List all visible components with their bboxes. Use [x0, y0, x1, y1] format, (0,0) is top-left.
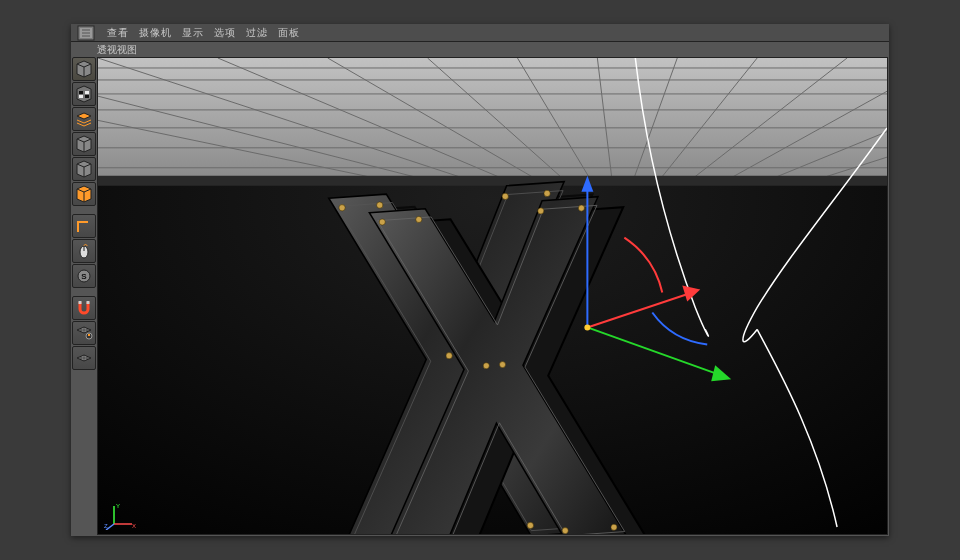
- svg-point-55: [499, 361, 506, 368]
- svg-point-46: [379, 219, 386, 226]
- axis-indicator: Y X Z: [104, 500, 138, 530]
- mesh2-tool[interactable]: [72, 346, 96, 370]
- axis-y-label: Y: [116, 503, 120, 509]
- view-label-text: 透视视图: [97, 43, 137, 57]
- viewport-3d[interactable]: Y X Z: [97, 57, 888, 535]
- mouse-tool[interactable]: [72, 239, 96, 263]
- svg-rect-8: [79, 301, 82, 304]
- svg-point-62: [584, 324, 590, 330]
- svg-point-44: [446, 352, 453, 359]
- axis-z-label: Z: [104, 523, 108, 529]
- svg-rect-3: [79, 95, 83, 98]
- magnet-tool[interactable]: [72, 296, 96, 320]
- menu-panel[interactable]: 面板: [278, 26, 300, 40]
- menu-filter[interactable]: 过滤: [246, 26, 268, 40]
- app-window: 查看 摄像机 显示 选项 过滤 面板 透视视图: [71, 24, 889, 536]
- material-tool[interactable]: [72, 82, 96, 106]
- svg-rect-1: [79, 91, 83, 94]
- menu-display[interactable]: 显示: [182, 26, 204, 40]
- svg-rect-11: [88, 334, 90, 336]
- svg-point-42: [527, 522, 534, 529]
- svg-point-54: [483, 362, 490, 369]
- svg-point-38: [502, 193, 509, 200]
- svg-rect-4: [85, 95, 89, 98]
- cube-tool[interactable]: [72, 57, 96, 81]
- svg-marker-35: [98, 176, 887, 186]
- menu-camera[interactable]: 摄像机: [139, 26, 172, 40]
- menu-options[interactable]: 选项: [214, 26, 236, 40]
- grid-floor: [98, 58, 887, 186]
- app-logo-icon: [75, 24, 97, 42]
- svg-point-52: [562, 527, 569, 534]
- svg-text:S: S: [81, 272, 87, 281]
- svg-point-49: [578, 205, 585, 212]
- snap-tool[interactable]: S: [72, 264, 96, 288]
- cube3-tool[interactable]: [72, 157, 96, 181]
- svg-point-37: [376, 202, 383, 209]
- menu-bar: 查看 摄像机 显示 选项 过滤 面板: [71, 24, 889, 42]
- svg-point-39: [544, 190, 551, 197]
- mesh-tool[interactable]: [72, 321, 96, 345]
- axis-tool[interactable]: [72, 214, 96, 238]
- svg-point-36: [339, 204, 346, 211]
- svg-point-53: [611, 524, 618, 531]
- menu-view[interactable]: 查看: [107, 26, 129, 40]
- axis-x-label: X: [132, 523, 136, 529]
- cube4-tool[interactable]: [72, 182, 96, 206]
- cube2-tool[interactable]: [72, 132, 96, 156]
- svg-point-47: [416, 216, 423, 223]
- layers-tool[interactable]: [72, 107, 96, 131]
- view-label: 透视视图: [97, 43, 137, 57]
- tool-column: S: [72, 57, 96, 370]
- svg-rect-9: [87, 301, 90, 304]
- svg-point-48: [538, 208, 545, 215]
- svg-rect-2: [85, 91, 89, 94]
